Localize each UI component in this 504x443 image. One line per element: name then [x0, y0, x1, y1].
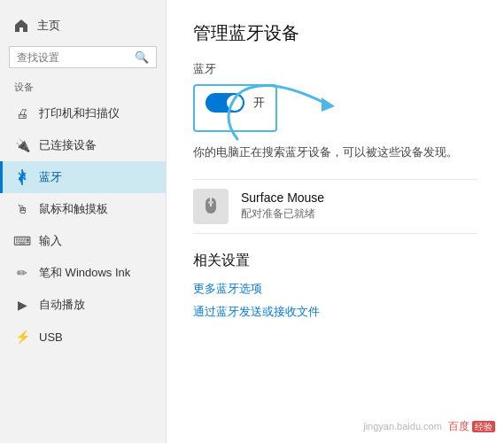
bluetooth-icon: [14, 169, 30, 185]
sidebar-item-label-autoplay: 自动播放: [39, 297, 85, 313]
search-icon: 🔍: [135, 51, 149, 64]
home-icon: [14, 19, 28, 33]
search-input[interactable]: [17, 51, 131, 64]
print-icon: 🖨: [14, 105, 30, 121]
input-icon: ⌨: [14, 233, 30, 249]
sidebar-item-bluetooth[interactable]: 蓝牙: [0, 161, 166, 193]
sidebar-item-mouse[interactable]: 🖱 鼠标和触摸板: [0, 193, 166, 225]
sidebar-item-label-input: 输入: [39, 233, 62, 249]
related-settings-title: 相关设置: [193, 252, 477, 270]
baidu-watermark: jingyan.baidu.com 百度 经验: [363, 419, 495, 434]
sidebar-item-pen[interactable]: ✏ 笔和 Windows Ink: [0, 257, 166, 289]
pen-icon: ✏: [14, 265, 30, 281]
sidebar-home-label: 主页: [37, 18, 60, 34]
sidebar-item-label-usb: USB: [39, 330, 63, 344]
sidebar-item-connected[interactable]: 🔌 已连接设备: [0, 129, 166, 161]
device-name: Surface Mouse: [241, 190, 324, 205]
bluetooth-section-label: 蓝牙: [193, 61, 477, 77]
sidebar-home[interactable]: 主页: [0, 11, 166, 41]
main-content: 管理蓝牙设备 蓝牙 开 你的电脑正在搜索蓝牙设备，可以被这些设备发现。 Surf…: [167, 0, 504, 443]
sidebar-item-label-pen: 笔和 Windows Ink: [39, 265, 130, 281]
connected-icon: 🔌: [14, 137, 30, 153]
usb-icon: ⚡: [14, 329, 30, 345]
svg-rect-3: [208, 201, 213, 204]
device-status: 配对准备已就绪: [241, 206, 324, 222]
svg-marker-0: [322, 97, 335, 112]
page-title: 管理蓝牙设备: [193, 21, 477, 45]
sidebar: 主页 🔍 设备 🖨 打印机和扫描仪 🔌 已连接设备 蓝牙 🖱 鼠标和触摸板 ⌨ …: [0, 0, 167, 443]
sidebar-item-label-bluetooth: 蓝牙: [39, 169, 62, 185]
device-info: Surface Mouse 配对准备已就绪: [241, 190, 324, 222]
bluetooth-toggle-area: 开: [193, 84, 277, 132]
toggle-row: 开: [205, 93, 265, 113]
sidebar-item-label-print: 打印机和扫描仪: [39, 105, 120, 121]
more-bluetooth-options-link[interactable]: 更多蓝牙选项: [193, 281, 477, 297]
sidebar-item-usb[interactable]: ⚡ USB: [0, 321, 166, 353]
sidebar-item-input[interactable]: ⌨ 输入: [0, 225, 166, 257]
toggle-label: 开: [253, 95, 265, 111]
sidebar-item-print[interactable]: 🖨 打印机和扫描仪: [0, 97, 166, 129]
searching-text: 你的电脑正在搜索蓝牙设备，可以被这些设备发现。: [193, 144, 477, 161]
sidebar-item-label-mouse: 鼠标和触摸板: [39, 201, 108, 217]
search-box[interactable]: 🔍: [9, 46, 157, 68]
autoplay-icon: ▶: [14, 297, 30, 313]
device-icon-wrap: [193, 189, 229, 224]
mouse-sidebar-icon: 🖱: [14, 201, 30, 217]
sidebar-item-label-connected: 已连接设备: [39, 137, 97, 153]
sidebar-item-autoplay[interactable]: ▶ 自动播放: [0, 289, 166, 321]
bluetooth-toggle[interactable]: [205, 93, 244, 113]
device-mouse-icon: [198, 194, 223, 219]
device-item-surface-mouse[interactable]: Surface Mouse 配对准备已就绪: [193, 179, 477, 234]
sidebar-section-label: 设备: [0, 74, 166, 97]
send-receive-files-link[interactable]: 通过蓝牙发送或接收文件: [193, 304, 477, 320]
